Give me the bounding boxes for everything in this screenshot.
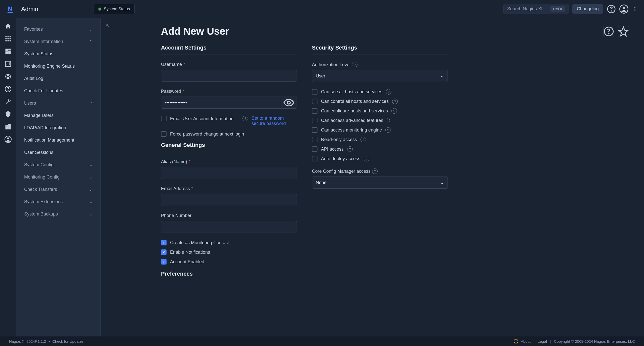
svg-rect-27 (8, 124, 11, 129)
help-icon[interactable]: ? (387, 118, 392, 123)
sidebar-item-notification-management[interactable]: Notification Management (16, 134, 100, 146)
help-icon[interactable] (607, 5, 616, 14)
svg-rect-11 (7, 38, 9, 39)
home-icon[interactable] (5, 23, 12, 30)
perm-readonly-label: Read-only access (321, 137, 357, 142)
create-contact-checkbox[interactable] (161, 240, 167, 245)
sidebar-item-audit-log[interactable]: Audit Log (16, 72, 100, 85)
svg-point-36 (287, 101, 290, 104)
perm-see-all-checkbox[interactable] (312, 89, 317, 95)
force-password-change-checkbox[interactable] (161, 131, 167, 137)
random-password-link[interactable]: Set to a random secure password (252, 116, 297, 126)
phone-input[interactable] (161, 221, 297, 233)
sidebar-group-users[interactable]: Users ⌃ (16, 97, 100, 109)
sidebar-group-system-config[interactable]: System Config ⌄ (16, 159, 100, 171)
sidebar-group-system-backups[interactable]: System Backups ⌄ (16, 208, 100, 220)
ccm-access-select[interactable]: None ⌄ (312, 177, 448, 189)
svg-rect-21 (7, 64, 7, 65)
sidebar-item-monitoring-engine-status[interactable]: Monitoring Engine Status (16, 60, 100, 72)
status-pill-label: System Status (104, 7, 130, 11)
sidebar-item-manage-users[interactable]: Manage Users (16, 109, 100, 122)
help-icon[interactable]: ? (386, 89, 391, 95)
apps-icon[interactable] (5, 35, 12, 42)
help-icon[interactable]: ? (392, 99, 398, 104)
help-icon[interactable]: ? (243, 116, 248, 121)
perm-auto-deploy-checkbox[interactable] (312, 156, 317, 161)
chevron-down-icon: ⌄ (89, 162, 92, 167)
username-input[interactable] (161, 70, 297, 82)
perm-monitoring-engine-checkbox[interactable] (312, 127, 317, 133)
help-icon[interactable]: ? (364, 156, 369, 161)
perm-api-label: API access (321, 147, 344, 152)
search-placeholder: Search Nagios XI (507, 6, 548, 12)
alias-input[interactable] (161, 167, 297, 179)
system-status-pill[interactable]: System Status (94, 4, 135, 14)
sidebar-item-check-for-updates[interactable]: Check For Updates (16, 85, 100, 97)
sidebar-item-system-status[interactable]: System Status (16, 48, 100, 60)
perm-api-checkbox[interactable] (312, 146, 317, 152)
password-label: Password* (161, 89, 297, 94)
sidebar-group-check-transfers[interactable]: Check Transfers ⌄ (16, 183, 100, 196)
section-header-general: General Settings (161, 142, 297, 152)
chevron-down-icon: ⌄ (89, 199, 92, 204)
svg-rect-8 (7, 36, 9, 37)
warning-icon[interactable]: ! (514, 339, 518, 343)
gear-icon[interactable] (5, 73, 12, 80)
footer-about-link[interactable]: About (521, 339, 531, 343)
account-enabled-label: Account Enabled (170, 259, 204, 265)
section-header-account: Account Settings (161, 45, 297, 55)
shield-icon[interactable] (5, 111, 12, 118)
main-content: ↖ Add New User Account Settings Username… (101, 18, 644, 336)
dashboard-icon[interactable] (5, 48, 12, 55)
sidebar-group-monitoring-config[interactable]: Monitoring Config ⌄ (16, 171, 100, 183)
svg-rect-14 (7, 40, 9, 41)
email-input[interactable] (161, 194, 297, 206)
help-icon[interactable]: ? (391, 108, 397, 114)
account-icon[interactable] (619, 5, 628, 14)
help-icon[interactable]: ? (372, 168, 378, 174)
sidebar-group-system-extensions[interactable]: System Extensions ⌄ (16, 196, 100, 208)
perm-auto-deploy-label: Auto deploy access (321, 156, 360, 161)
perm-control-all-checkbox[interactable] (312, 99, 317, 104)
wrench-icon[interactable] (5, 98, 12, 105)
perm-monitoring-engine-label: Can access monitoring engine (321, 127, 382, 133)
footer-check-updates-link[interactable]: Check for Updates (52, 339, 84, 343)
help-icon[interactable]: ? (385, 127, 391, 133)
perm-configure-checkbox[interactable] (312, 108, 317, 114)
question-icon[interactable] (5, 85, 12, 93)
user-icon[interactable] (5, 136, 12, 143)
icon-rail (0, 18, 16, 336)
reports-icon[interactable] (5, 60, 12, 67)
svg-point-5 (634, 9, 635, 10)
sidebar-item-ldap-ad[interactable]: LDAP/AD Integration (16, 122, 100, 134)
footer-legal-link[interactable]: Legal (538, 339, 547, 343)
help-icon[interactable]: ? (347, 146, 353, 152)
toggle-password-visibility-button[interactable] (281, 97, 297, 109)
help-icon[interactable]: ? (360, 137, 366, 142)
email-user-info-checkbox[interactable] (161, 116, 167, 121)
perm-readonly-checkbox[interactable] (312, 137, 317, 142)
perm-advanced-checkbox[interactable] (312, 118, 317, 123)
sidebar-group-favorites[interactable]: Favorites ⌄ (16, 23, 100, 35)
help-icon[interactable]: ? (352, 62, 357, 67)
svg-rect-13 (5, 40, 7, 41)
password-input[interactable] (161, 97, 281, 109)
search-input[interactable]: Search Nagios XI Ctrl K (503, 4, 569, 14)
enterprise-icon[interactable] (5, 123, 12, 130)
sidebar-group-label: Monitoring Config (24, 175, 60, 180)
email-user-info-label: Email User Account Information (170, 116, 239, 122)
logo[interactable]: N (6, 5, 14, 13)
back-arrow-icon[interactable]: ↖ (106, 23, 110, 29)
footer-bullet: • (49, 339, 50, 343)
auth-level-select[interactable]: User ⌄ (312, 70, 448, 82)
svg-point-4 (634, 7, 635, 8)
enable-notifications-checkbox[interactable] (161, 249, 167, 255)
sidebar-item-user-sessions[interactable]: User Sessions (16, 146, 100, 159)
changelog-button[interactable]: Changelog (572, 4, 603, 14)
favorite-button[interactable] (618, 26, 629, 37)
search-kbd-hint: Ctrl K (550, 6, 565, 12)
sidebar-group-system-information[interactable]: System Information ⌃ (16, 35, 100, 48)
help-page-button[interactable] (603, 26, 614, 37)
more-icon[interactable] (632, 5, 638, 14)
account-enabled-checkbox[interactable] (161, 259, 167, 265)
